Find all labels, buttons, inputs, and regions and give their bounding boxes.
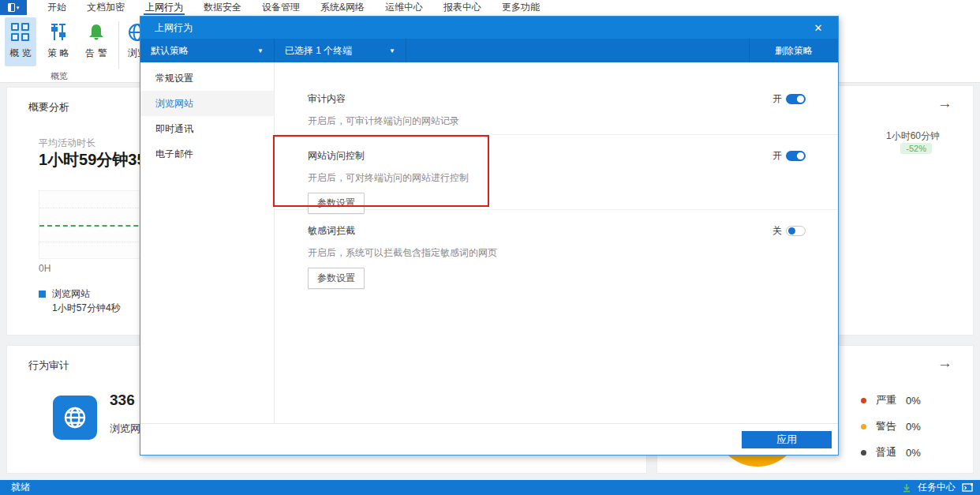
sensitive-words-params-button[interactable]: 参数设置: [308, 268, 365, 289]
section-title: 网站访问控制: [308, 149, 822, 163]
audit-content-toggle[interactable]: [786, 94, 806, 104]
dialog-footer: 应用: [140, 423, 838, 455]
section-audit-content: 审计内容 开启后，可审计终端访问的网站记录 开: [275, 62, 838, 135]
avg-duration-label: 平均活动时长: [39, 137, 95, 150]
alarm-label: 严重: [876, 393, 896, 407]
alarm-row-normal: 普通 0%: [861, 445, 921, 459]
download-icon[interactable]: [902, 483, 911, 493]
legend-label: 浏览网站: [52, 287, 90, 301]
dialog-content: 审计内容 开启后，可审计终端访问的网站记录 开 网站访问控制 开启后，可对终端访…: [275, 62, 838, 423]
site-access-toggle[interactable]: [786, 151, 806, 161]
section-title: 审计内容: [308, 92, 822, 106]
menu-item-doc-encrypt[interactable]: 文档加密: [87, 0, 125, 15]
chevron-down-icon: ▼: [257, 47, 264, 54]
menu-item-report-center[interactable]: 报表中心: [443, 0, 481, 15]
section-desc: 开启后，可审计终端访问的网站记录: [308, 114, 822, 128]
dialog-titlebar: 上网行为 ✕: [140, 17, 838, 39]
chevron-down-icon: ▾: [17, 5, 20, 10]
audit-toggle-wrap: 开: [772, 92, 806, 106]
menu-item-system-network[interactable]: 系统&网络: [320, 0, 365, 15]
menu-item-ops-center[interactable]: 运维中心: [385, 0, 423, 15]
sidebar-item-browse-web[interactable]: 浏览网站: [140, 91, 274, 116]
warning-dot-icon: [861, 424, 866, 429]
menu-item-more[interactable]: 更多功能: [502, 0, 540, 15]
app-icon: [8, 3, 15, 12]
policy-dropdown-value: 默认策略: [151, 44, 189, 58]
browse-stat-tile: [53, 396, 97, 440]
sidebar-item-instant-messaging[interactable]: 即时通讯: [140, 116, 274, 141]
chart-legend: 浏览网站: [39, 287, 90, 301]
section-desc: 开启后，系统可以拦截包含指定敏感词的网页: [308, 246, 822, 260]
menubar: ▾ 开始 文档加密 上网行为 数据安全 设备管理 系统&网络 运维中心 报表中心…: [0, 0, 980, 15]
section-title: 敏感词拦截: [308, 224, 822, 238]
console-icon[interactable]: [962, 483, 974, 493]
summary-card-title: 概要分析: [28, 100, 69, 114]
legend-value: 1小时57分钟4秒: [52, 302, 121, 315]
policy-dropdown[interactable]: 默认策略 ▼: [140, 39, 275, 62]
legend-swatch: [39, 291, 46, 298]
alarm-label: 普通: [876, 445, 896, 459]
browse-count: 336: [110, 392, 135, 409]
toggle-state-label: 开: [772, 92, 782, 106]
arrow-right-icon[interactable]: →: [937, 355, 952, 370]
sliders-icon: [49, 23, 68, 42]
apply-button[interactable]: 应用: [742, 431, 832, 448]
sidebar-item-email[interactable]: 电子邮件: [140, 141, 274, 167]
app-menu-button[interactable]: ▾: [0, 0, 27, 15]
toggle-state-label: 关: [772, 224, 782, 238]
alarm-label: 警告: [876, 419, 896, 433]
ribbon-group-label: 概览: [0, 70, 118, 82]
terminal-dropdown-value: 已选择 1 个终端: [285, 44, 352, 58]
ribbon-policy-button[interactable]: 策 略: [43, 17, 74, 66]
delta-badge: -52%: [900, 143, 932, 154]
dialog-toolbar: 默认策略 ▼ 已选择 1 个终端 ▼ 删除策略: [140, 39, 838, 62]
alarm-value: 0%: [906, 447, 921, 459]
menu-item-start[interactable]: 开始: [47, 0, 66, 15]
normal-dot-icon: [861, 450, 866, 456]
severe-dot-icon: [861, 398, 866, 403]
terminal-dropdown[interactable]: 已选择 1 个终端 ▼: [275, 39, 406, 62]
audit-card-title: 行为审计: [28, 358, 69, 373]
chevron-down-icon: ▼: [389, 47, 395, 54]
close-icon[interactable]: ✕: [806, 17, 830, 39]
alarm-value: 0%: [906, 421, 921, 433]
ribbon-separator: [118, 21, 119, 69]
grid-icon: [11, 23, 30, 42]
bell-icon: [87, 23, 106, 42]
section-site-access-control: 网站访问控制 开启后，可对终端访问的网站进行控制 参数设置 开: [275, 135, 838, 210]
section-sensitive-words: 敏感词拦截 开启后，系统可以拦截包含指定敏感词的网页 参数设置 关: [275, 210, 838, 289]
ribbon-overview-label: 概 览: [9, 47, 31, 60]
ribbon-overview-button[interactable]: 概 览: [5, 17, 36, 66]
site-access-toggle-wrap: 开: [772, 149, 806, 163]
task-center-button[interactable]: 任务中心: [918, 481, 956, 494]
menu-item-web-behavior[interactable]: 上网行为: [145, 0, 183, 15]
section-desc: 开启后，可对终端访问的网站进行控制: [308, 171, 822, 185]
toggle-state-label: 开: [772, 149, 782, 163]
menu-item-data-security[interactable]: 数据安全: [204, 0, 241, 15]
alarm-value: 0%: [906, 395, 921, 407]
sidebar-item-general[interactable]: 常规设置: [140, 66, 274, 91]
alarm-row-severe: 严重 0%: [861, 393, 921, 407]
dialog-sidebar: 常规设置 浏览网站 即时通讯 电子邮件: [140, 62, 275, 455]
globe-icon: [62, 405, 88, 430]
dialog-title: 上网行为: [155, 21, 193, 35]
x-axis-label: 0H: [39, 263, 50, 274]
delete-policy-button[interactable]: 删除策略: [749, 39, 838, 62]
ribbon-alert-button[interactable]: 告 警: [80, 17, 112, 66]
sensitive-words-toggle[interactable]: [786, 226, 806, 236]
sensitive-words-toggle-wrap: 关: [772, 224, 806, 238]
web-behavior-policy-dialog: 上网行为 ✕ 默认策略 ▼ 已选择 1 个终端 ▼ 删除策略 常规设置 浏览网站…: [140, 16, 839, 456]
ribbon-policy-label: 策 略: [47, 47, 69, 60]
menu-item-device-mgmt[interactable]: 设备管理: [262, 0, 300, 15]
alarm-row-warning: 警告 0%: [861, 419, 921, 433]
statusbar: 就绪 任务中心: [0, 480, 980, 495]
status-ready-label: 就绪: [11, 481, 30, 494]
ribbon-alert-label: 告 警: [85, 47, 107, 60]
arrow-right-icon[interactable]: →: [937, 96, 952, 111]
